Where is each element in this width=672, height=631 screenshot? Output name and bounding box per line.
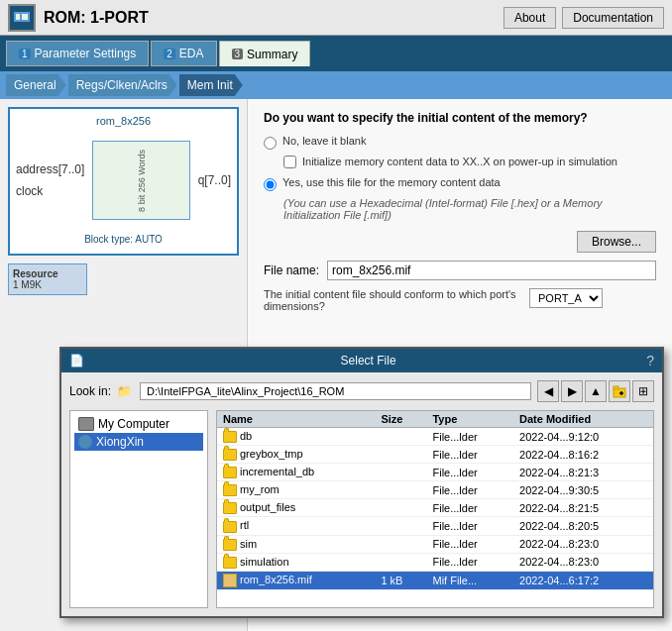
tree-computer-label: My Computer — [98, 417, 169, 431]
app-icon — [8, 4, 36, 32]
file-cell-date: 2022-04...8:23:0 — [513, 535, 653, 553]
resource-box: Resource 1 M9K — [8, 263, 87, 295]
tab-num-3: 3 — [232, 49, 244, 59]
svg-rect-3 — [22, 14, 28, 20]
file-cell-size — [375, 428, 426, 446]
tab-eda[interactable]: 2 EDA — [151, 41, 216, 66]
resource-title: Resource — [13, 268, 82, 279]
file-cell-name: greybox_tmp — [217, 446, 375, 464]
file-cell-type: File...lder — [426, 517, 513, 535]
breadcrumb-general[interactable]: General — [6, 74, 66, 96]
radio-item-blank: No, leave it blank — [264, 135, 656, 150]
file-cell-name: my_rom — [217, 481, 375, 499]
about-button[interactable]: About — [504, 7, 556, 29]
nav-up-button[interactable]: ▲ — [585, 380, 607, 402]
file-cell-size — [375, 464, 426, 481]
file-cell-date: 2022-04...8:21:3 — [513, 464, 653, 481]
file-cell-size — [375, 535, 426, 553]
file-table: Name Size Type Date Modified db File...l… — [217, 411, 653, 590]
file-cell-date: 2022-04...6:17:2 — [513, 571, 653, 589]
port-select[interactable]: PORT_A — [529, 288, 603, 308]
radio-file-hint: (You can use a Hexadecimal (Intel-format… — [283, 197, 656, 221]
radio-blank-label: No, leave it blank — [282, 135, 366, 147]
col-size: Size — [375, 411, 426, 428]
file-cell-type: File...lder — [426, 481, 513, 499]
radio-file[interactable] — [264, 178, 277, 191]
resource-val: 1 M9K — [13, 279, 82, 290]
tab-label-2: EDA — [179, 47, 204, 60]
file-cell-size — [375, 446, 426, 464]
nav-back-button[interactable]: ◀ — [537, 380, 559, 402]
file-row[interactable]: db File...lder 2022-04...9:12:0 — [217, 428, 653, 446]
svg-rect-5 — [614, 386, 618, 389]
computer-icon — [78, 417, 94, 431]
tabs-row: 1 Parameter Settings 2 EDA 3 Summary — [0, 36, 672, 71]
tree-item-computer[interactable]: My Computer — [74, 415, 203, 433]
browse-button[interactable]: Browse... — [577, 231, 656, 253]
checkbox-group: Initialize memory content data to XX..X … — [283, 156, 656, 168]
tab-label-1: Parameter Settings — [35, 47, 137, 60]
file-cell-type: File...lder — [426, 464, 513, 481]
main-area: rom_8x256 address[7..0] clock 8 bit 256 … — [0, 99, 672, 631]
file-cell-date: 2022-04...8:21:5 — [513, 499, 653, 517]
folder-small-icon: 📁 — [117, 384, 132, 398]
file-cell-name: db — [217, 428, 375, 446]
browse-row: Browse... — [264, 231, 656, 253]
file-cell-size: 1 kB — [375, 571, 426, 589]
checkbox-init-label: Initialize memory content data to XX..X … — [302, 156, 617, 167]
file-cell-size — [375, 481, 426, 499]
tab-summary[interactable]: 3 Summary — [219, 41, 311, 66]
nav-fwd-button[interactable]: ▶ — [561, 380, 583, 402]
radio-item-file: Yes, use this file for the memory conten… — [264, 176, 656, 191]
diagram-chip: 8 bit 256 Words — [92, 141, 189, 220]
file-cell-date: 2022-04...9:30:5 — [513, 481, 653, 499]
port-clock: clock — [16, 184, 84, 198]
radio-blank[interactable] — [264, 137, 277, 150]
file-cell-name: sim — [217, 535, 375, 553]
file-cell-name: simulation — [217, 553, 375, 571]
radio-file-label: Yes, use this file for the memory conten… — [282, 176, 501, 188]
nav-newfolder-button[interactable] — [609, 380, 630, 402]
file-cell-name: output_files — [217, 499, 375, 517]
diagram-box: rom_8x256 address[7..0] clock 8 bit 256 … — [8, 107, 239, 256]
file-name-input[interactable] — [327, 261, 656, 280]
file-row[interactable]: incremental_db File...lder 2022-04...8:2… — [217, 464, 653, 481]
file-row[interactable]: my_rom File...lder 2022-04...9:30:5 — [217, 481, 653, 499]
dialog-content: My Computer XiongXin Name Size — [69, 410, 654, 608]
diagram-ports-right: q[7..0] — [198, 173, 231, 187]
file-cell-name: incremental_db — [217, 464, 375, 481]
lookin-btns: ◀ ▶ ▲ ⊞ — [537, 380, 654, 402]
tree-panel: My Computer XiongXin — [69, 410, 208, 608]
file-cell-type: Mif File... — [426, 571, 513, 589]
file-row[interactable]: sim File...lder 2022-04...8:23:0 — [217, 535, 653, 553]
file-cell-type: File...lder — [426, 428, 513, 446]
port-row: The initial content file should conform … — [264, 288, 656, 312]
file-cell-size — [375, 517, 426, 535]
section-question: Do you want to specify the initial conte… — [264, 111, 656, 125]
documentation-button[interactable]: Documentation — [562, 7, 664, 29]
checkbox-init[interactable] — [283, 156, 296, 168]
file-cell-date: 2022-04...8:16:2 — [513, 446, 653, 464]
file-row[interactable]: rtl File...lder 2022-04...8:20:5 — [217, 517, 653, 535]
breadcrumb-regs[interactable]: Regs/Clken/Aclrs — [68, 74, 177, 96]
file-cell-type: File...lder — [426, 499, 513, 517]
port-question: The initial content file should conform … — [264, 288, 521, 312]
file-row[interactable]: greybox_tmp File...lder 2022-04...8:16:2 — [217, 446, 653, 464]
nav-grid-button[interactable]: ⊞ — [632, 380, 654, 402]
tab-parameter-settings[interactable]: 1 Parameter Settings — [6, 41, 149, 66]
lookin-input[interactable] — [140, 382, 531, 400]
dialog-help[interactable]: ? — [646, 353, 654, 368]
breadcrumb-mem-init[interactable]: Mem Init — [179, 74, 243, 96]
file-cell-date: 2022-04...8:23:0 — [513, 553, 653, 571]
tab-label-3: Summary — [247, 48, 297, 61]
file-row[interactable]: rom_8x256.mif 1 kB Mif File... 2022-04..… — [217, 571, 653, 589]
file-panel: Name Size Type Date Modified db File...l… — [216, 410, 654, 608]
file-row[interactable]: simulation File...lder 2022-04...8:23:0 — [217, 553, 653, 571]
dialog-title: Select File — [341, 354, 396, 368]
file-row[interactable]: output_files File...lder 2022-04...8:21:… — [217, 499, 653, 517]
tree-item-user[interactable]: XiongXin — [74, 433, 203, 451]
file-cell-type: File...lder — [426, 535, 513, 553]
dialog-title-icon: 📄 — [69, 354, 84, 368]
port-q: q[7..0] — [198, 173, 231, 187]
file-cell-size — [375, 499, 426, 517]
